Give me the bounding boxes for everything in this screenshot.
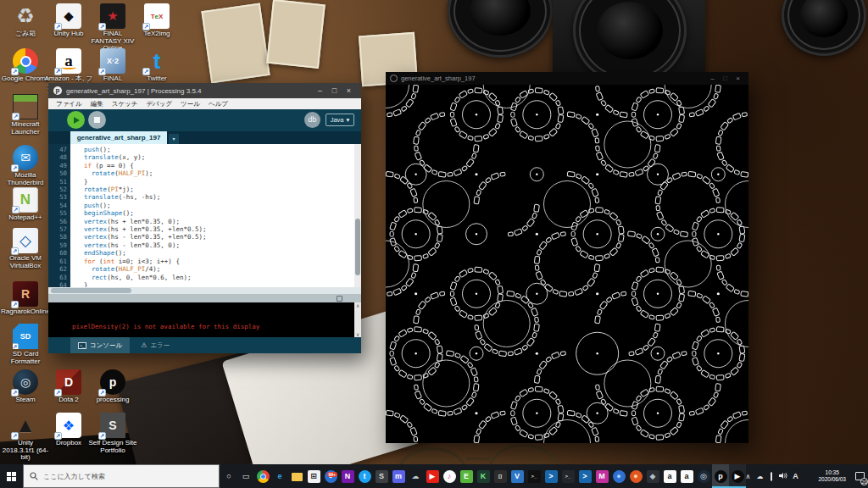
- taskbar-app-amazon2[interactable]: a: [678, 464, 695, 488]
- copy-icon[interactable]: [337, 296, 342, 302]
- desktop-icon-ragnarok[interactable]: R↗RagnarokOnline: [1, 281, 50, 316]
- code-line: rotate(PI*j);: [76, 186, 361, 193]
- taskbar-app-orange-orb[interactable]: ●: [627, 464, 644, 488]
- code-editor[interactable]: 47484950515253545556575859606162636465 p…: [48, 144, 361, 287]
- mode-selector[interactable]: Java▾: [326, 114, 354, 126]
- menu-item[interactable]: ファイル: [52, 100, 86, 108]
- menu-item[interactable]: 編集: [86, 100, 108, 108]
- taskbar-search-input[interactable]: ここに入力して検索: [23, 464, 220, 488]
- console-tab[interactable]: >_コンソール: [70, 337, 130, 353]
- minimize-button[interactable]: –: [706, 75, 719, 82]
- line-number: 49: [48, 162, 67, 169]
- menu-item[interactable]: ヘルプ: [204, 100, 232, 108]
- keepass-icon: K: [477, 470, 490, 483]
- sketch-title-bar[interactable]: generative_art_sharp_197 – □ ×: [386, 72, 748, 85]
- editor-vertical-scrollbar[interactable]: [354, 144, 361, 287]
- taskbar-app-edge[interactable]: e: [271, 464, 288, 488]
- taskbar-app-magenta-m[interactable]: M: [593, 464, 610, 488]
- close-button[interactable]: ×: [342, 86, 356, 95]
- ide-title-bar[interactable]: p generative_art_sharp_197 | Processing …: [48, 83, 361, 98]
- taskbar-app-vscode[interactable]: V: [509, 464, 526, 488]
- taskbar-app-slack[interactable]: S: [373, 464, 390, 488]
- taskbar-app-weather[interactable]: ☁: [407, 464, 424, 488]
- powershell-icon: >: [545, 470, 558, 483]
- line-number: 51: [48, 178, 67, 186]
- maximize-button[interactable]: □: [327, 86, 342, 95]
- minimize-button[interactable]: –: [313, 86, 327, 95]
- taskbar-app-chat[interactable]: ●99+: [322, 464, 339, 488]
- menu-item[interactable]: スケッチ: [108, 100, 142, 108]
- hidden-icons-chevron[interactable]: ∧: [742, 473, 754, 480]
- taskbar-app-powershell2[interactable]: >: [576, 464, 593, 488]
- desktop-icon-sdcard[interactable]: SD↗SD Card Formatter: [1, 324, 50, 365]
- desktop-icon-bin[interactable]: ♻ごみ箱: [1, 3, 50, 38]
- menu-item[interactable]: ツール: [176, 100, 204, 108]
- taskbar-app-boostnote[interactable]: []: [492, 464, 509, 488]
- action-center-button[interactable]: 20: [851, 464, 868, 488]
- shortcut-arrow-icon: ↗: [54, 432, 62, 440]
- desktop-icon-unityhub[interactable]: ◆↗Unity Hub: [44, 3, 93, 38]
- desktop-icon-minecraft[interactable]: ↗Minecraft Launcher: [1, 94, 50, 136]
- desktop-icon-dota[interactable]: D↗Dota 2: [44, 369, 93, 404]
- taskbar-app-taskview[interactable]: ▭: [237, 464, 254, 488]
- taskbar-clock[interactable]: 10:35 2020/06/03: [813, 469, 851, 483]
- run-button[interactable]: [67, 111, 85, 129]
- speaker-icon[interactable]: [777, 472, 789, 481]
- errors-tab[interactable]: ⚠エラー: [133, 337, 177, 353]
- taskbar-app-cortana[interactable]: ○: [220, 464, 237, 488]
- menu-item[interactable]: デバッグ: [142, 100, 176, 108]
- onedrive-icon[interactable]: ☁: [754, 473, 765, 480]
- taskbar-app-youtube[interactable]: ▶: [424, 464, 441, 488]
- console-scrollbar[interactable]: ∧∨: [354, 302, 361, 337]
- desktop-icon-thunderbird[interactable]: ✉↗Mozilla Thunderbird: [1, 145, 50, 186]
- close-button[interactable]: ×: [732, 75, 744, 82]
- code-line: for (int i=0; i<3; i++) {: [76, 258, 361, 265]
- desktop-icon-npp[interactable]: N↗Notepad++: [1, 187, 50, 222]
- taskbar-app-onenote[interactable]: N: [339, 464, 356, 488]
- taskbar-app-powershell[interactable]: >: [542, 464, 559, 488]
- desktop-icon-vbox[interactable]: ◇↗Oracle VM VirtualBox: [1, 228, 50, 269]
- taskbar-app-terminal[interactable]: >_: [526, 464, 542, 488]
- code-line: endShape();: [76, 249, 361, 257]
- desktop-icon-tex[interactable]: TeX↗TeX2img: [132, 3, 181, 38]
- desktop-icon-portfolio[interactable]: S↗Self Design Site Portfolio: [88, 413, 137, 454]
- taskbar-app-store[interactable]: ⊞: [305, 464, 322, 488]
- taskbar-app-cube[interactable]: ◆: [644, 464, 661, 488]
- taskbar-app-chrome[interactable]: [254, 464, 271, 488]
- desktop-icon-dropbox[interactable]: ❖↗Dropbox: [44, 413, 93, 447]
- taskbar-app-blue-orb[interactable]: ●: [610, 464, 627, 488]
- ide-tab-bar: generative_art_sharp_197 ▾: [48, 131, 361, 144]
- start-button[interactable]: [0, 464, 22, 488]
- desktop-icon-processing[interactable]: p↗processing: [88, 369, 137, 404]
- code-text[interactable]: push(); translate(x, y); if (p == 0) { r…: [70, 144, 361, 287]
- vscode-icon: V: [511, 470, 524, 483]
- terminal-icon: >_: [78, 342, 86, 349]
- taskbar-app-explorer[interactable]: [288, 464, 305, 488]
- tab-sketch[interactable]: generative_art_sharp_197: [70, 131, 167, 144]
- sketch-window: generative_art_sharp_197 – □ ×: [386, 72, 748, 443]
- debug-button[interactable]: db: [304, 112, 320, 128]
- device-icon[interactable]: [765, 473, 777, 480]
- taskbar-app-twitter[interactable]: t: [356, 464, 373, 488]
- taskbar-app-amazon[interactable]: a: [661, 464, 678, 488]
- taskbar-app-keepass[interactable]: K: [475, 464, 492, 488]
- unityhub-icon: ◆↗: [56, 3, 81, 29]
- stop-button[interactable]: [88, 111, 106, 129]
- taskbar-app-editor[interactable]: E: [458, 464, 475, 488]
- tab-menu-button[interactable]: ▾: [169, 134, 179, 144]
- desktop-icon-twitter[interactable]: t↗Twitter: [132, 48, 181, 83]
- taskbar-app-processing-ide[interactable]: p: [712, 464, 729, 488]
- desktop-icon-steam[interactable]: ◎↗Steam: [1, 369, 50, 404]
- desktop-icon-chrome[interactable]: ↗Google Chrome: [1, 48, 50, 83]
- taskbar-app-mastodon[interactable]: m: [390, 464, 407, 488]
- ide-footer-tabs: >_コンソール⚠エラー: [48, 337, 361, 353]
- desktop-icon-ffxiv[interactable]: ★↗FINAL FANTASY XIV Online: [88, 3, 137, 53]
- taskbar-app-itunes[interactable]: ♪: [441, 464, 458, 488]
- desktop-icon-unity[interactable]: ▲↗Unity 2018.3.1f1 (64-bit): [1, 413, 50, 462]
- editor-horizontal-scrollbar[interactable]: [48, 287, 361, 294]
- taskbar-app-steam[interactable]: ◎: [695, 464, 712, 488]
- taskbar-app-cmd[interactable]: >_: [559, 464, 576, 488]
- console-error-text: pixelDensity(2) is not available for thi…: [72, 323, 259, 330]
- ime-indicator[interactable]: A: [789, 472, 801, 480]
- shortcut-arrow-icon: ↗: [11, 301, 19, 308]
